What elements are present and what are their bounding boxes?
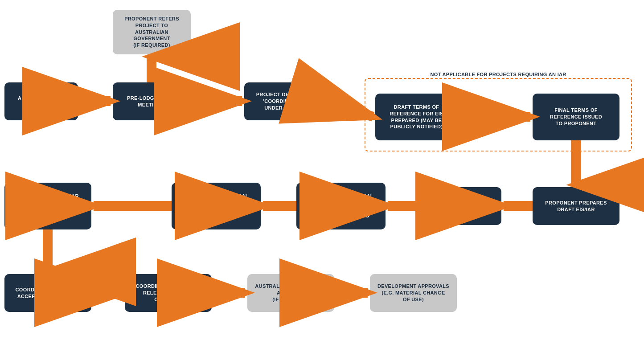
pre-lodgement-label: PRE-LODGEMENTMEETING xyxy=(127,95,172,108)
proponent-refers-node: PROPONENT REFERSPROJECT TOAUSTRALIAN GOV… xyxy=(113,10,191,54)
cg-evaluates-node: COORDINATOR-GENERALEVALUATES DRAFTEIS/IA… xyxy=(296,183,386,229)
draft-eis-released-label: DRAFT EIS/IARPUBLICLY RELEASED^ xyxy=(431,200,489,213)
dev-approvals-label: DEVELOPMENT APPROVALS(E.G. MATERIAL CHAN… xyxy=(377,283,449,303)
application-node: APPLICATION FORDECLARATION xyxy=(4,82,78,120)
aus-gov-approval-node: AUSTRALIAN GOVERNMENTAPPROVAL(IF REQUIRE… xyxy=(247,274,334,312)
dev-approvals-node: DEVELOPMENT APPROVALS(E.G. MATERIAL CHAN… xyxy=(370,274,457,312)
cg-accepts-label: COORDINATOR-GENERALACCEPTS FINAL EIS/IAR xyxy=(16,287,81,300)
cg-requests-node: COORDINATOR-GENERALREQUESTS ADDITIONALIN… xyxy=(172,183,261,229)
draft-eis-released-node: DRAFT EIS/IARPUBLICLY RELEASED^ xyxy=(419,187,501,225)
pre-lodgement-node: PRE-LODGEMENTMEETING xyxy=(113,82,186,120)
cg-requests-label: COORDINATOR-GENERALREQUESTS ADDITIONALIN… xyxy=(184,193,249,219)
final-terms-label: FINAL TERMS OFREFERENCE ISSUEDTO PROPONE… xyxy=(550,107,602,127)
proponent-prepares-node: PROPONENT PREPARESDRAFT EIS/IAR xyxy=(533,187,619,225)
diagram: NOT APPLICABLE FOR PROJECTS REQUIRING AN… xyxy=(0,0,644,348)
not-applicable-label: NOT APPLICABLE FOR PROJECTS REQUIRING AN… xyxy=(427,72,570,77)
revised-draft-label: REVISED DRAFT EIS/IARPROVIDED(MAY BE PUB… xyxy=(17,193,78,219)
proponent-refers-label: PROPONENT REFERSPROJECT TOAUSTRALIAN GOV… xyxy=(118,16,185,49)
project-declared-label: PROJECT DECLARED'COORDINATED'UNDER s. 26… xyxy=(256,91,310,111)
draft-terms-node: DRAFT TERMS OFREFERENCE FOR EISPREPARED … xyxy=(375,94,458,140)
proponent-prepares-label: PROPONENT PREPARESDRAFT EIS/IAR xyxy=(545,200,607,213)
application-label: APPLICATION FORDECLARATION xyxy=(18,95,65,108)
final-terms-node: FINAL TERMS OFREFERENCE ISSUEDTO PROPONE… xyxy=(533,94,619,140)
cg-accepts-node: COORDINATOR-GENERALACCEPTS FINAL EIS/IAR xyxy=(4,274,91,312)
cg-releases-node: COORDINATOR-GENERALRELEASES REPORTON EIS… xyxy=(125,274,212,312)
revised-draft-node: REVISED DRAFT EIS/IARPROVIDED(MAY BE PUB… xyxy=(4,183,91,229)
cg-evaluates-label: COORDINATOR-GENERALEVALUATES DRAFTEIS/IA… xyxy=(308,193,373,219)
cg-releases-label: COORDINATOR-GENERALRELEASES REPORTON EIS… xyxy=(136,283,201,303)
draft-terms-label: DRAFT TERMS OFREFERENCE FOR EISPREPARED … xyxy=(390,104,443,130)
aus-gov-approval-label: AUSTRALIAN GOVERNMENTAPPROVAL(IF REQUIRE… xyxy=(255,283,326,303)
project-declared-node: PROJECT DECLARED'COORDINATED'UNDER s. 26… xyxy=(244,82,322,120)
